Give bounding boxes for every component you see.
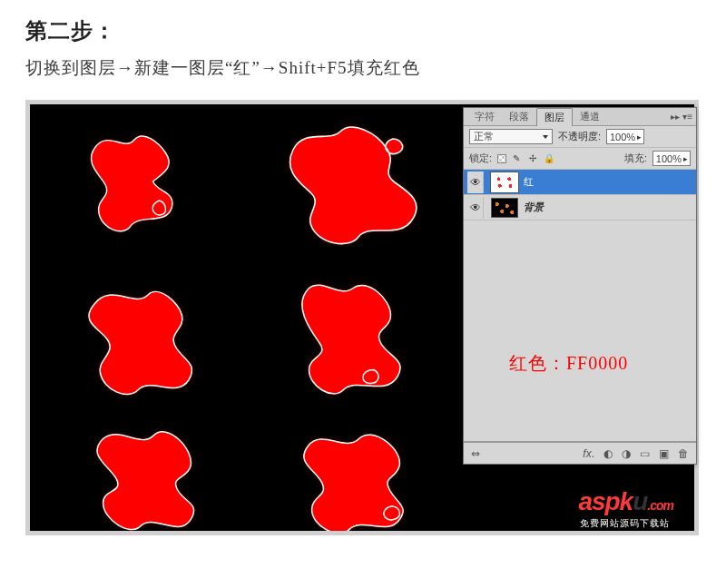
step-heading: 第二步：	[25, 16, 701, 45]
trash-icon[interactable]: 🗑	[678, 447, 689, 460]
visibility-eye-icon[interactable]: 👁	[467, 201, 483, 214]
blend-mode-dropdown[interactable]: 正常	[469, 129, 553, 144]
layers-panel-footer: ⇔ fx. ◐ ◑ ▭ ▣ 🗑	[464, 442, 696, 464]
layer-row[interactable]: 👁 红	[464, 170, 696, 195]
tab-paragraph[interactable]: 段落	[502, 108, 536, 125]
link-layers-icon[interactable]: ⇔	[471, 447, 480, 460]
lock-label: 锁定:	[469, 152, 492, 165]
lock-fill-row: 锁定: ✎ ✢ 🔒 填充: 100%▸	[464, 148, 696, 170]
watermark-brand: aspku.com	[576, 489, 673, 514]
editor-screenshot: 字符 段落 图层 通道 ▸▸ ▾≡ 正常 不透明度: 100%▸ 锁定: ✎	[25, 100, 699, 535]
layers-list: 👁 红 👁 背景 红色：FF0000	[464, 170, 696, 442]
lock-brush-icon[interactable]: ✎	[510, 153, 523, 163]
adjustment-layer-icon[interactable]: ◑	[622, 447, 631, 460]
fill-value[interactable]: 100%▸	[652, 151, 691, 166]
visibility-eye-icon[interactable]: 👁	[467, 176, 483, 189]
lock-transparent-icon[interactable]	[497, 154, 506, 163]
blend-mode-value: 正常	[474, 130, 494, 143]
panel-tabs: 字符 段落 图层 通道 ▸▸ ▾≡	[464, 108, 696, 126]
new-layer-icon[interactable]: ▣	[659, 447, 669, 460]
splat-1	[57, 118, 230, 245]
blend-opacity-row: 正常 不透明度: 100%▸	[464, 126, 696, 148]
layers-panel: 字符 段落 图层 通道 ▸▸ ▾≡ 正常 不透明度: 100%▸ 锁定: ✎	[463, 107, 697, 465]
chevron-right-icon: ▸	[683, 154, 688, 163]
tab-layers[interactable]: 图层	[536, 108, 573, 126]
layer-thumbnail[interactable]	[491, 172, 518, 192]
lock-all-icon[interactable]: 🔒	[543, 153, 555, 163]
layer-mask-icon[interactable]: ◐	[603, 447, 613, 460]
splat-4	[266, 268, 447, 404]
splat-2	[257, 113, 456, 259]
panel-expand-icon[interactable]: ▸▸	[671, 112, 680, 122]
splat-5	[66, 422, 248, 531]
tab-channels[interactable]: 通道	[573, 108, 607, 125]
group-icon[interactable]: ▭	[640, 447, 650, 460]
fx-icon[interactable]: fx.	[583, 447, 594, 460]
splat-6	[275, 422, 456, 531]
layer-name: 红	[524, 175, 534, 189]
fill-label: 填充:	[624, 152, 647, 165]
chevron-right-icon: ▸	[637, 132, 642, 142]
opacity-value[interactable]: 100%▸	[606, 129, 644, 144]
tab-character[interactable]: 字符	[467, 108, 502, 125]
instruction-text: 切换到图层→新建一图层“红”→Shift+F5填充红色	[25, 56, 701, 80]
chevron-down-icon	[543, 135, 548, 139]
lock-move-icon[interactable]: ✢	[526, 153, 539, 163]
opacity-label: 不透明度:	[558, 130, 601, 143]
color-annotation: 红色：FF0000	[509, 351, 628, 376]
watermark-sub: 免费网站源码下载站	[576, 518, 673, 529]
watermark: aspku.com 免费网站源码下载站	[576, 489, 673, 529]
layer-thumbnail[interactable]	[491, 198, 518, 218]
layer-row[interactable]: 👁 背景	[464, 195, 696, 220]
layer-name: 背景	[524, 201, 544, 214]
splat-3	[57, 268, 239, 404]
panel-menu-icon[interactable]: ▾≡	[682, 112, 692, 122]
